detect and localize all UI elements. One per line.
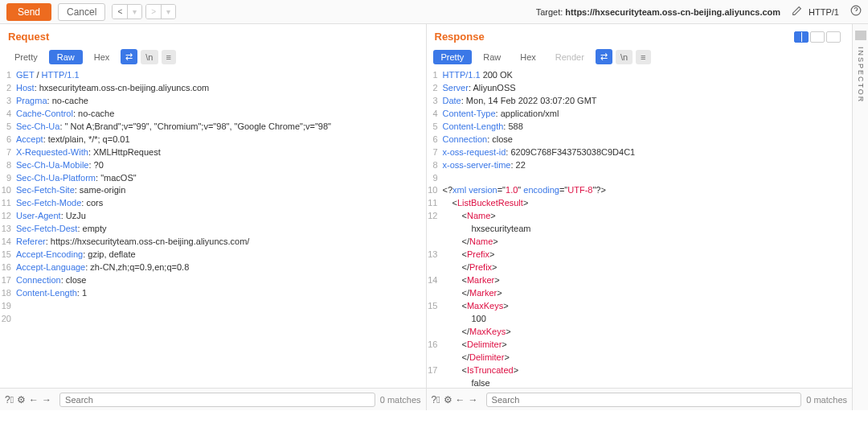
response-title: Response — [435, 31, 485, 43]
response-bottom-bar: ?⃝ ⚙ ← → 0 matches — [427, 388, 853, 410]
tab-pretty[interactable]: Pretty — [6, 50, 46, 64]
code-line[interactable]: 3Pragma: no-cache — [0, 95, 426, 108]
code-line[interactable]: 18Content-Length: 1 — [0, 287, 426, 300]
code-line[interactable]: 1GET / HTTP/1.1 — [0, 69, 426, 82]
code-line[interactable]: 9 — [427, 172, 853, 185]
search-prev-icon[interactable]: ← — [456, 394, 465, 405]
layout-switcher — [794, 31, 841, 43]
top-toolbar: Send Cancel < ▾ > ▾ Target: https://hxse… — [0, 0, 868, 24]
code-line[interactable]: 7x-oss-request-id: 6209C768F343753038C9D… — [427, 146, 853, 159]
code-line[interactable]: </Delimiter> — [427, 352, 853, 364]
search-next-icon[interactable]: → — [42, 394, 51, 405]
code-line[interactable]: 4Cache-Control: no-cache — [0, 108, 426, 121]
code-line[interactable]: 7X-Requested-With: XMLHttpRequest — [0, 146, 426, 159]
target-url: https://hxsecurityteam.oss-cn-beijing.al… — [565, 7, 780, 17]
search-prev-icon[interactable]: ← — [29, 394, 39, 405]
code-line[interactable]: 9Sec-Ch-Ua-Platform: "macOS" — [0, 172, 426, 185]
main-area: Request Pretty Raw Hex ⇄ \n ≡ 1GET / HTT… — [0, 24, 868, 410]
code-line[interactable]: 11<ListBucketResult> — [427, 197, 853, 210]
inspector-toggle-icon[interactable] — [855, 31, 866, 40]
request-search-input[interactable] — [59, 393, 375, 407]
code-line[interactable]: 10<?xml version="1.0" encoding="UTF-8"?> — [427, 184, 853, 197]
code-line[interactable]: 1HTTP/1.1 200 OK — [427, 69, 853, 82]
code-line[interactable]: 17Connection: close — [0, 274, 426, 287]
code-line[interactable]: 16<Delimiter> — [427, 339, 853, 352]
code-line[interactable]: 13<Prefix> — [427, 249, 853, 261]
tab-hex[interactable]: Hex — [512, 50, 544, 64]
search-help-icon[interactable]: ?⃝ — [432, 394, 440, 405]
nav-fwd-button[interactable]: > — [146, 5, 162, 19]
nav-fwd-dropdown[interactable]: ▾ — [162, 5, 175, 19]
search-help-icon[interactable]: ?⃝ — [5, 394, 14, 405]
code-line[interactable]: 3Date: Mon, 14 Feb 2022 03:07:20 GMT — [427, 95, 853, 108]
code-line[interactable]: 5Sec-Ch-Ua: " Not A;Brand";v="99", "Chro… — [0, 121, 426, 134]
tab-pretty[interactable]: Pretty — [433, 50, 473, 64]
response-search-input[interactable] — [486, 393, 802, 407]
inspector-label: INSPECTOR — [857, 47, 865, 103]
code-line[interactable]: 10Sec-Fetch-Site: same-origin — [0, 184, 426, 197]
code-line[interactable]: </MaxKeys> — [427, 326, 853, 339]
layout-two-col-icon[interactable] — [794, 31, 809, 43]
code-line[interactable]: false — [427, 377, 853, 389]
response-search-matches: 0 matches — [806, 395, 847, 405]
code-line[interactable]: 2Host: hxsecurityteam.oss-cn-beijing.ali… — [0, 82, 426, 95]
tab-raw[interactable]: Raw — [49, 50, 83, 64]
http-version[interactable]: HTTP/1 — [809, 7, 839, 17]
nav-back-button[interactable]: < — [113, 5, 128, 19]
newline-toggle-button[interactable]: \n — [141, 50, 158, 64]
target-label: Target: https://hxsecurityteam.oss-cn-be… — [536, 7, 780, 17]
code-line[interactable]: </Marker> — [427, 287, 853, 300]
code-line[interactable]: 20 — [0, 313, 426, 326]
tab-raw[interactable]: Raw — [475, 50, 509, 64]
search-next-icon[interactable]: → — [469, 394, 478, 405]
code-line[interactable]: 14Referer: https://hxsecurityteam.oss-cn… — [0, 236, 426, 249]
help-icon[interactable] — [850, 5, 862, 19]
code-line[interactable]: </Name> — [427, 236, 853, 249]
newline-toggle-button[interactable]: \n — [616, 50, 633, 64]
tab-hex[interactable]: Hex — [86, 50, 118, 64]
history-nav-fwd: > ▾ — [145, 4, 176, 19]
send-button[interactable]: Send — [6, 3, 51, 21]
code-line[interactable]: 100 — [427, 313, 853, 326]
request-search-matches: 0 matches — [380, 395, 421, 405]
menu-button[interactable]: ≡ — [636, 50, 650, 64]
code-line[interactable]: 4Content-Type: application/xml — [427, 108, 853, 121]
code-line[interactable]: 16Accept-Language: zh-CN,zh;q=0.9,en;q=0… — [0, 261, 426, 274]
layout-single-icon[interactable] — [826, 31, 841, 43]
pencil-icon[interactable] — [792, 6, 802, 19]
response-viewer[interactable]: 1HTTP/1.1 200 OK2Server: AliyunOSS3Date:… — [427, 68, 853, 388]
nav-back-dropdown[interactable]: ▾ — [128, 5, 141, 19]
code-line[interactable]: hxsecurityteam — [427, 223, 853, 236]
code-line[interactable]: 8x-oss-server-time: 22 — [427, 159, 853, 172]
code-line[interactable]: 15Accept-Encoding: gzip, deflate — [0, 249, 426, 261]
request-editor[interactable]: 1GET / HTTP/1.12Host: hxsecurityteam.oss… — [0, 68, 426, 388]
menu-button[interactable]: ≡ — [162, 50, 176, 64]
inspector-sidebar[interactable]: INSPECTOR — [852, 24, 868, 410]
code-line[interactable]: 12<Name> — [427, 210, 853, 223]
code-line[interactable]: 19 — [0, 300, 426, 313]
cancel-button[interactable]: Cancel — [58, 3, 105, 21]
code-line[interactable]: 17<IsTruncated> — [427, 364, 853, 377]
search-settings-icon[interactable]: ⚙ — [17, 394, 26, 405]
code-line[interactable]: 2Server: AliyunOSS — [427, 82, 853, 95]
code-line[interactable]: 13Sec-Fetch-Dest: empty — [0, 223, 426, 236]
search-settings-icon[interactable]: ⚙ — [444, 394, 452, 405]
code-line[interactable]: 6Accept: text/plain, */*; q=0.01 — [0, 134, 426, 146]
layout-stack-icon[interactable] — [810, 31, 825, 43]
request-tabbar: Pretty Raw Hex ⇄ \n ≡ — [0, 46, 426, 68]
code-line[interactable]: 14<Marker> — [427, 274, 853, 287]
code-line[interactable]: 15<MaxKeys> — [427, 300, 853, 313]
tab-render[interactable]: Render — [547, 50, 592, 64]
code-line[interactable]: 6Connection: close — [427, 134, 853, 146]
wrap-toggle-button[interactable]: ⇄ — [596, 49, 612, 64]
code-line[interactable]: 11Sec-Fetch-Mode: cors — [0, 197, 426, 210]
code-line[interactable]: 5Content-Length: 588 — [427, 121, 853, 134]
code-line[interactable]: </Prefix> — [427, 261, 853, 274]
request-title: Request — [8, 31, 49, 43]
wrap-toggle-button[interactable]: ⇄ — [121, 49, 137, 64]
code-line[interactable]: 12User-Agent: UzJu — [0, 210, 426, 223]
history-nav: < ▾ — [112, 4, 142, 19]
response-tabbar: Pretty Raw Hex Render ⇄ \n ≡ — [427, 46, 853, 68]
request-pane: Request Pretty Raw Hex ⇄ \n ≡ 1GET / HTT… — [0, 24, 427, 410]
code-line[interactable]: 8Sec-Ch-Ua-Mobile: ?0 — [0, 159, 426, 172]
